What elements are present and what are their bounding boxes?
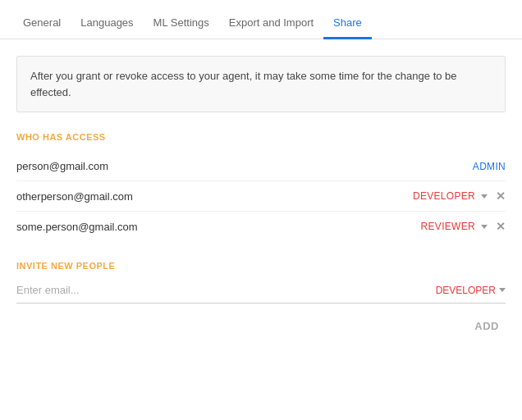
tab-share[interactable]: Share xyxy=(323,5,372,39)
tab-languages[interactable]: Languages xyxy=(71,5,143,39)
tab-ml-settings[interactable]: ML Settings xyxy=(144,5,219,39)
tab-general[interactable]: General xyxy=(13,5,71,39)
invite-section: INVITE NEW PEOPLE DEVELOPER ADD xyxy=(16,261,506,336)
table-row: otherperson@gmail.com DEVELOPER ✕ xyxy=(16,181,506,212)
user-email-1: person@gmail.com xyxy=(16,160,108,172)
info-banner: After you grant or revoke access to your… xyxy=(16,56,506,112)
invite-heading: INVITE NEW PEOPLE xyxy=(16,261,506,271)
role-badge-developer: DEVELOPER xyxy=(413,190,475,202)
role-badge-admin: ADMIN xyxy=(473,161,506,172)
main-content: After you grant or revoke access to your… xyxy=(0,39,522,352)
invite-role-dropdown[interactable]: DEVELOPER xyxy=(436,285,506,296)
tab-bar: General Languages ML Settings Export and… xyxy=(0,0,522,39)
access-right-3: REVIEWER ✕ xyxy=(421,220,506,233)
add-button[interactable]: ADD xyxy=(468,317,506,336)
invite-role-label: DEVELOPER xyxy=(436,285,496,296)
email-input[interactable] xyxy=(16,281,429,299)
add-row: ADD xyxy=(16,317,506,336)
who-has-access-heading: WHO HAS ACCESS xyxy=(16,132,506,142)
access-list: WHO HAS ACCESS person@gmail.com ADMIN ot… xyxy=(16,132,506,241)
role-badge-reviewer: REVIEWER xyxy=(421,221,475,232)
tab-export-import[interactable]: Export and Import xyxy=(219,5,323,39)
access-right-2: DEVELOPER ✕ xyxy=(413,189,506,203)
role-dropdown-2[interactable] xyxy=(478,194,488,199)
remove-button-2[interactable]: ✕ xyxy=(496,189,506,203)
invite-row: DEVELOPER xyxy=(16,281,506,304)
chevron-down-icon[interactable] xyxy=(499,288,506,292)
user-email-2: otherperson@gmail.com xyxy=(16,190,133,203)
chevron-down-icon[interactable] xyxy=(481,194,488,199)
table-row: some.person@gmail.com REVIEWER ✕ xyxy=(16,212,506,241)
user-email-3: some.person@gmail.com xyxy=(16,221,138,233)
table-row: person@gmail.com ADMIN xyxy=(16,152,506,181)
info-banner-text: After you grant or revoke access to your… xyxy=(30,70,457,98)
remove-button-3[interactable]: ✕ xyxy=(496,220,506,233)
role-dropdown-3[interactable] xyxy=(478,225,488,229)
access-right-1: ADMIN xyxy=(473,161,506,172)
chevron-down-icon[interactable] xyxy=(481,225,488,229)
